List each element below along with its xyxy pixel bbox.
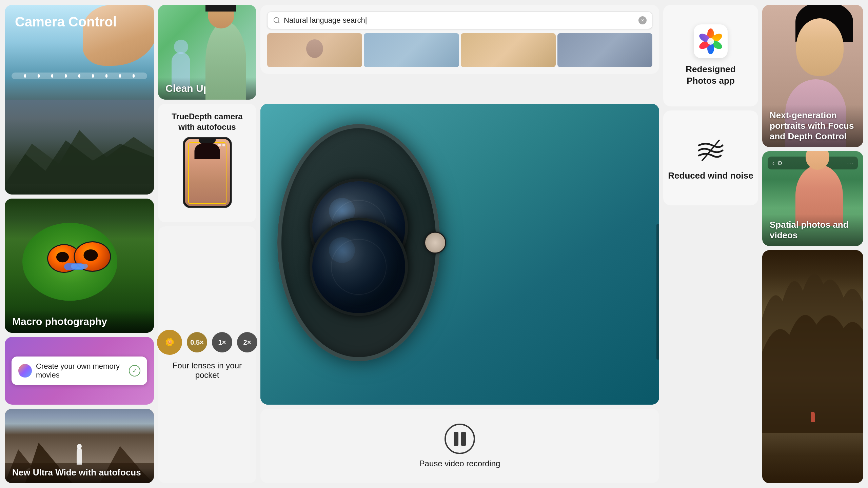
lens-buttons-row: 🌼 0.5× 1× 2× [157, 330, 257, 355]
search-query-text: Natural language search| [284, 16, 635, 25]
memory-movies-card: Create your own memory movies ✓ [5, 337, 154, 405]
slider-dot [92, 74, 94, 78]
slider-dot [65, 74, 67, 78]
macro-icon: 🌼 [165, 338, 174, 347]
photos-app-icon [697, 28, 724, 55]
photo-results-grid [267, 33, 652, 67]
macro-overlay: Macro photography [5, 310, 154, 333]
pause-video-card: Pause video recording [260, 409, 659, 483]
search-icon [273, 17, 280, 24]
person-hair [205, 5, 236, 12]
frog-pupil-right [84, 249, 98, 261]
mountain-svg [5, 117, 154, 184]
side-button [656, 224, 659, 360]
05x-lens-button[interactable]: 0.5× [187, 332, 207, 352]
photo-thumb-1 [267, 33, 362, 67]
camera-lens-bottom [310, 218, 408, 316]
thumb-inner2 [364, 33, 459, 67]
person-body-cleanup [205, 22, 246, 100]
right-col-a: Redesigned Photos app Reduced wind noise [663, 5, 758, 483]
svg-point-6 [274, 18, 279, 23]
center-camera-card [260, 104, 659, 405]
2x-label: 2× [243, 339, 251, 346]
thumb-inner [267, 33, 362, 67]
pause-bar-right [461, 432, 466, 446]
face-detection-box [188, 142, 226, 204]
slider-dot [51, 74, 53, 78]
pause-label: Pause video recording [419, 459, 500, 468]
right-col-b: Next-generation portraits with Focus and… [762, 5, 863, 483]
slider-dot [133, 74, 135, 78]
search-section: Natural language search| × [260, 5, 659, 100]
reduced-wind-card: Reduced wind noise [663, 110, 758, 205]
ultrawide-label: New Ultra Wide with autofocus [12, 467, 141, 477]
settings-icon[interactable]: ⚙ [777, 159, 783, 167]
camera-module-housing [277, 124, 440, 361]
spatial-label: Spatial photos and videos [770, 220, 849, 240]
truedepth-card: TrueDepth camera with autofocus [158, 104, 256, 222]
wind-icon [695, 135, 726, 166]
1x-lens-button[interactable]: 1× [212, 332, 232, 352]
search-bar[interactable]: Natural language search| × [267, 12, 652, 29]
person-silhouette [306, 39, 323, 58]
camera-control-card: Camera Control 1× [5, 5, 154, 195]
memory-input-text: Create your own memory movies [36, 362, 125, 380]
frog-stripe2 [71, 264, 88, 269]
finger-graphic [83, 5, 154, 66]
svg-line-7 [278, 22, 279, 23]
svg-point-14 [707, 38, 714, 45]
pause-button[interactable] [445, 424, 475, 454]
fusion-rocks-svg [762, 250, 863, 433]
ultrawide-overlay: New Ultra Wide with autofocus [5, 462, 154, 483]
photo-thumb-2 [364, 33, 459, 67]
center-column: Natural language search| × [260, 5, 659, 483]
column-1: Camera Control 1× [5, 5, 154, 483]
slider-dot [38, 74, 40, 78]
search-clear-button[interactable]: × [638, 16, 647, 24]
truedepth-label: TrueDepth camera with autofocus [163, 111, 251, 132]
column-2: Clean Up TrueDepth camera with autofocus [158, 5, 256, 483]
person-head [77, 444, 82, 449]
natural-search-card: Natural language search| × [260, 5, 659, 74]
slider-dots [18, 74, 140, 78]
tiny-person [811, 412, 815, 422]
phone-notch [199, 139, 216, 143]
four-lenses-label: Four lenses in your pocket [166, 361, 248, 380]
cleanup-label: Clean Up [165, 83, 210, 94]
right-section: Redesigned Photos app Reduced wind noise [663, 5, 863, 483]
photos-app-icon-container [694, 24, 728, 58]
inner-lens-ring-2 [331, 239, 387, 294]
four-lenses-card: 🌼 0.5× 1× 2× Four lenses in your pocket [158, 226, 256, 483]
more-button[interactable]: ⋯ [847, 159, 853, 167]
memory-check-button[interactable]: ✓ [129, 365, 140, 377]
ghost-head [174, 40, 188, 54]
pause-icon [454, 432, 466, 446]
bottom-row: Pause video recording [260, 409, 659, 483]
redesigned-photos-label: Redesigned Photos app [686, 64, 735, 87]
1x-label: 1× [218, 339, 226, 346]
fusion-camera-card: 48MP Fusion camera with 2× Telephoto [762, 250, 863, 483]
spatial-card: ‹ ⚙ ⋯ Spatial photos and videos [762, 151, 863, 246]
macro-label: Macro photography [12, 316, 107, 327]
slider-dot [105, 74, 107, 78]
macro-lens-button[interactable]: 🌼 [157, 330, 182, 355]
slider-dot [78, 74, 80, 78]
redesigned-photos-card: Redesigned Photos app [663, 5, 758, 106]
phone-mockup [183, 137, 232, 208]
next-gen-portraits-card: Next-generation portraits with Focus and… [762, 5, 863, 147]
phone-icon [218, 144, 221, 146]
macro-card: Macro photography [5, 199, 154, 333]
ultra-wide-card: New Ultra Wide with autofocus [5, 409, 154, 483]
spatial-overlay: Spatial photos and videos [762, 214, 863, 246]
photo-thumb-3 [461, 33, 556, 67]
reduced-wind-label: Reduced wind noise [668, 170, 753, 181]
2x-lens-button[interactable]: 2× [237, 332, 257, 352]
05x-label: 0.5× [190, 339, 203, 346]
back-button[interactable]: ‹ [772, 160, 774, 167]
portrait-face [796, 18, 844, 76]
camera-control-title: Camera Control [15, 14, 117, 29]
pause-bar-left [454, 432, 458, 446]
siri-icon [18, 364, 32, 378]
frog-pupil-left [56, 252, 69, 263]
memory-input-bar[interactable]: Create your own memory movies ✓ [12, 357, 147, 385]
